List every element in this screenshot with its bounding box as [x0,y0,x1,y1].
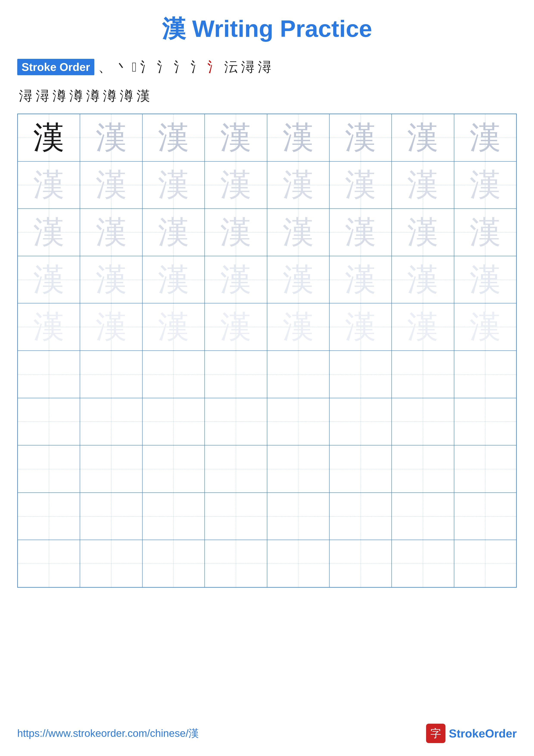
stroke-char-1: 、 [98,58,112,76]
grid-cell-4-5: 漢 [329,303,392,351]
grid-cell-1-0: 漢 [18,161,80,209]
grid-cell-7-7[interactable] [454,445,516,493]
stroke-char-5: 氵 [157,58,170,76]
stroke-char-3: 𰻝 [132,60,137,75]
grid-cell-8-6[interactable] [392,493,454,540]
grid-cell-7-2[interactable] [142,445,205,493]
stroke-char-r2-2: 潯 [36,87,49,105]
stroke-order-label: Stroke Order [17,59,94,75]
grid-cell-3-2: 漢 [142,256,205,304]
grid-cell-9-4[interactable] [267,540,329,587]
grid-cell-4-1: 漢 [80,303,142,351]
grid-cell-6-6[interactable] [392,398,454,446]
brand-icon: 字 [426,724,445,743]
grid-cell-4-6: 漢 [392,303,454,351]
grid-cell-3-1: 漢 [80,256,142,304]
stroke-char-7: 氵 [191,58,204,76]
grid-cell-6-4[interactable] [267,398,329,446]
grid-cell-7-3[interactable] [205,445,267,493]
grid-cell-2-6: 漢 [392,209,454,256]
grid-cell-7-1[interactable] [80,445,142,493]
grid-cell-6-3[interactable] [205,398,267,446]
grid-cell-9-1[interactable] [80,540,142,587]
grid-cell-8-2[interactable] [142,493,205,540]
grid-cell-6-0[interactable] [18,398,80,446]
grid-cell-8-4[interactable] [267,493,329,540]
grid-cell-5-0[interactable] [18,351,80,398]
grid-cell-2-5: 漢 [329,209,392,256]
grid-cell-3-6: 漢 [392,256,454,304]
grid-cell-5-2[interactable] [142,351,205,398]
stroke-char-2: 丶 [115,58,128,76]
grid-cell-7-5[interactable] [329,445,392,493]
grid-cell-5-1[interactable] [80,351,142,398]
grid-cell-8-1[interactable] [80,493,142,540]
grid-cell-1-3: 漢 [205,161,267,209]
grid-cell-3-3: 漢 [205,256,267,304]
grid-cell-3-0: 漢 [18,256,80,304]
grid-cell-1-5: 漢 [329,161,392,209]
grid-cell-3-5: 漢 [329,256,392,304]
stroke-char-11: 潯 [258,58,271,76]
practice-grid: 漢 漢 漢 漢 漢 漢 漢 漢 漢 漢 漢 漢 漢 漢 漢 漢 漢 漢 漢 漢 … [17,114,517,588]
stroke-char-r2-8: 漢 [137,87,150,105]
grid-cell-8-7[interactable] [454,493,516,540]
grid-cell-0-7: 漢 [454,114,516,161]
footer-brand: 字 StrokeOrder [426,724,517,743]
grid-cell-6-7[interactable] [454,398,516,446]
footer-url[interactable]: https://www.strokeorder.com/chinese/漢 [17,726,199,740]
grid-cell-9-0[interactable] [18,540,80,587]
stroke-char-6: 氵 [174,58,187,76]
grid-cell-5-6[interactable] [392,351,454,398]
grid-cell-0-1: 漢 [80,114,142,161]
grid-cell-7-4[interactable] [267,445,329,493]
grid-cell-5-5[interactable] [329,351,392,398]
grid-cell-8-0[interactable] [18,493,80,540]
grid-cell-9-5[interactable] [329,540,392,587]
grid-cell-8-3[interactable] [205,493,267,540]
stroke-order-chars-row2: 潯 潯 澊 澊 澊 澊 澊 漢 [17,87,517,105]
page-title: 漢 Writing Practice [17,13,517,45]
grid-cell-5-4[interactable] [267,351,329,398]
stroke-char-r2-7: 澊 [120,87,133,105]
grid-cell-4-0: 漢 [18,303,80,351]
grid-cell-6-1[interactable] [80,398,142,446]
grid-cell-7-0[interactable] [18,445,80,493]
stroke-char-4: 氵 [140,58,154,76]
grid-cell-1-4: 漢 [267,161,329,209]
grid-cell-2-1: 漢 [80,209,142,256]
grid-cell-2-7: 漢 [454,209,516,256]
grid-cell-9-3[interactable] [205,540,267,587]
stroke-char-r2-6: 澊 [103,87,116,105]
stroke-char-9: 沄 [224,58,238,76]
grid-cell-0-6: 漢 [392,114,454,161]
grid-cell-0-5: 漢 [329,114,392,161]
grid-cell-2-3: 漢 [205,209,267,256]
grid-cell-5-7[interactable] [454,351,516,398]
grid-cell-5-3[interactable] [205,351,267,398]
stroke-order-section: Stroke Order 、 丶 𰻝 氵 氵 氵 氵 氵 沄 潯 潯 [17,58,517,76]
grid-cell-4-2: 漢 [142,303,205,351]
grid-cell-0-2: 漢 [142,114,205,161]
grid-cell-9-2[interactable] [142,540,205,587]
grid-cell-2-4: 漢 [267,209,329,256]
grid-cell-4-7: 漢 [454,303,516,351]
grid-cell-7-6[interactable] [392,445,454,493]
grid-cell-3-4: 漢 [267,256,329,304]
stroke-order-chars-row1: 、 丶 𰻝 氵 氵 氵 氵 氵 沄 潯 潯 [96,58,273,76]
grid-cell-1-1: 漢 [80,161,142,209]
grid-cell-3-7: 漢 [454,256,516,304]
footer: https://www.strokeorder.com/chinese/漢 字 … [17,724,517,743]
grid-cell-8-5[interactable] [329,493,392,540]
stroke-char-r2-3: 澊 [53,87,66,105]
grid-cell-1-2: 漢 [142,161,205,209]
grid-cell-9-7[interactable] [454,540,516,587]
grid-cell-4-4: 漢 [267,303,329,351]
stroke-char-r2-1: 潯 [19,87,32,105]
brand-text: StrokeOrder [449,727,517,740]
grid-cell-6-2[interactable] [142,398,205,446]
grid-cell-6-5[interactable] [329,398,392,446]
grid-cell-9-6[interactable] [392,540,454,587]
grid-cell-2-0: 漢 [18,209,80,256]
grid-cell-0-3: 漢 [205,114,267,161]
